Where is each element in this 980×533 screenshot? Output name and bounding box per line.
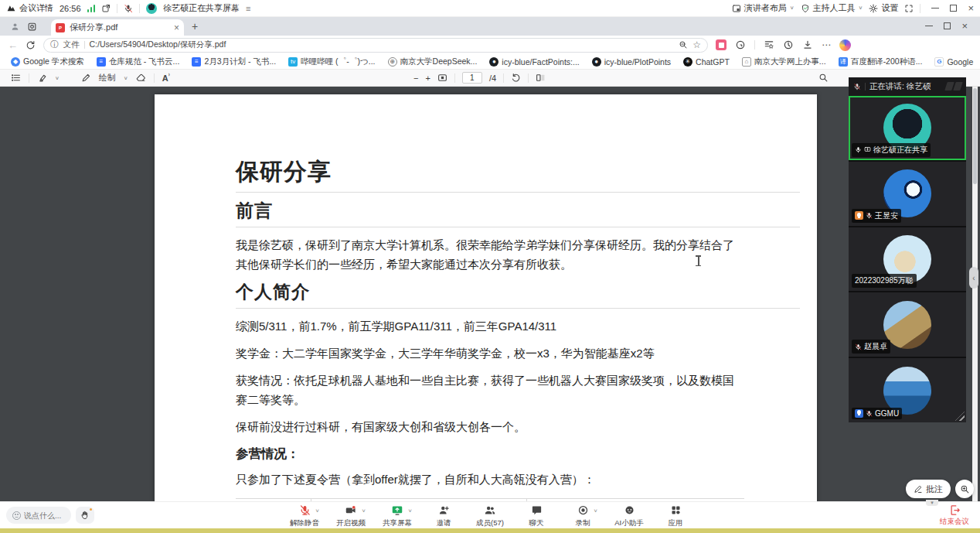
bookmark-chatgpt[interactable]: ✳ChatGPT [683,57,730,67]
camera-button[interactable]: ˅ 开启视频 [333,504,369,528]
info-icon[interactable]: ⓘ [50,39,59,50]
read-aloud-icon[interactable]: A⁾ [162,73,170,83]
workspaces-icon [27,22,37,32]
end-meeting-button[interactable]: 结束会议 [940,504,969,527]
fit-page-icon[interactable] [437,73,447,83]
bookmark-github-factpoints[interactable]: ●icy-blue/FactPoints:... [489,57,579,67]
video-tile-ggmu[interactable]: GGMU [849,358,966,422]
pdf-scrollbar-thumb[interactable] [973,88,977,184]
caret-icon[interactable]: ˅ [315,508,319,514]
invite-button[interactable]: 邀请 [426,504,461,528]
host-tools-button[interactable]: 主持人工具 ∨ [801,2,863,14]
bookmark-google[interactable]: GGoogle [934,57,973,67]
caret-icon[interactable]: ˅ [408,508,412,514]
browser-maximize-button[interactable] [944,22,951,29]
fullscreen-icon[interactable] [904,4,914,13]
sharing-menu-icon[interactable]: ≡ [246,4,250,13]
mic-muted-icon[interactable] [124,4,133,13]
unmute-button[interactable]: ˅ 解除静音 [287,504,322,528]
rotate-icon[interactable] [511,73,521,83]
page-view-icon[interactable] [536,73,546,83]
bookmark-google-scholar[interactable]: ◆Google 学术搜索 [11,56,84,67]
collections-icon[interactable] [764,39,774,50]
tab-close-button[interactable]: × [174,23,179,32]
doc-paragraph: 奖学金：大二学年国家奖学金，大三学年华萌奖学金，校一x3，华为智能基座x2等 [236,343,742,363]
raise-hand-button[interactable] [76,507,94,524]
share-screen-button[interactable]: ˅ 共享屏幕 [379,504,415,528]
eraser-icon[interactable] [136,73,146,83]
downloads-icon[interactable] [802,39,813,50]
apps-button[interactable]: 应用 [658,504,693,528]
meeting-details-label: 会议详情 [19,2,53,14]
url-text: C:/Users/54904/Desktop/保研分享.pdf [90,39,675,50]
video-tile-zhaochenzhuo[interactable]: 赵晨卓 [849,292,966,357]
meeting-close-button[interactable]: × [968,3,974,13]
members-button[interactable]: 成员(57) [472,504,508,528]
annotate-button[interactable]: 批注 [906,480,951,498]
workspaces-button[interactable] [23,19,40,33]
history-icon[interactable] [783,39,794,50]
caret-down-icon[interactable]: ∨ [55,75,60,80]
draw-label[interactable]: 绘制 [99,72,116,84]
meeting-minimize-button[interactable] [931,8,939,9]
person-icon [10,22,20,32]
annotate-collapse-handle[interactable]: ▾ [926,500,938,506]
emoji-icon[interactable] [12,511,21,520]
pdf-search-icon[interactable] [818,73,829,83]
page-number-input[interactable] [462,72,482,84]
draw-pen-icon[interactable] [81,73,91,83]
meeting-details-button[interactable]: 会议详情 [6,2,53,14]
bookmark-feishu-doc[interactable]: ≡仓库规范 - 飞书云... [97,56,180,67]
chat-input[interactable] [24,511,66,520]
extension-pink-icon[interactable] [716,39,726,50]
toc-icon[interactable] [11,73,21,83]
highlighter-icon[interactable] [37,73,47,83]
pdf-scrollbar[interactable] [972,87,978,501]
chat-button[interactable]: 聊天 [519,504,554,528]
back-button[interactable]: ← [8,39,18,51]
caret-icon[interactable]: ˅ [362,508,366,514]
reload-button[interactable] [26,40,36,50]
bookmark-nju-deepseek[interactable]: ⊕南京大学DeepSeek... [388,56,478,67]
doc-title: 保研分享 [236,159,800,193]
layout-button[interactable]: 演讲者布局 ∨ [732,2,795,14]
zoom-tool-button[interactable] [955,480,974,498]
bookmark-bilibili[interactable]: tv哔哩哔哩 (゜-゜)つ... [288,56,375,67]
text-cursor [696,255,701,266]
url-field[interactable]: ⓘ 文件 C:/Users/54904/Desktop/保研分享.pdf ☆ [43,38,708,53]
participants-panel[interactable]: 正在讲话: 徐艺硕 徐艺硕正在共享 王昱安 2022302985万聪 [849,77,966,422]
new-tab-button[interactable]: + [192,20,198,32]
caret-icon[interactable]: ˅ [594,508,597,514]
extension-g-icon[interactable] [735,39,746,50]
browser-tab[interactable]: P 保研分享.pdf × [51,19,184,36]
bookmark-baidu-translate[interactable]: 译百度翻译-200种语... [839,56,923,67]
panel-resize-handle[interactable] [955,412,965,421]
browser-profile-button[interactable] [6,19,23,33]
bookmark-github-plotpoints[interactable]: ●icy-blue/PlotPoints [592,57,671,67]
video-tile-wangyuan[interactable]: 王昱安 [849,162,966,226]
zoom-in-button[interactable]: + [425,73,430,83]
caret-down-icon[interactable]: ∨ [124,75,128,80]
browser-close-button[interactable]: × [961,21,968,31]
favorite-star-button[interactable]: ☆ [692,39,701,50]
zoom-out-button[interactable]: − [413,73,418,83]
page-total: /4 [489,73,496,83]
mic-on-icon [855,146,862,153]
chat-input-box[interactable] [6,507,71,524]
more-icon[interactable]: ⋯ [822,39,831,50]
pdf-viewport[interactable]: 保研分享 前言 我是徐艺硕，保研到了南京大学计算机系。很荣幸能给学弟学妹们分享保… [0,87,980,501]
bookmark-feishu-plan[interactable]: ≡2月3月计划 - 飞书... [192,56,276,67]
video-tile-wancong[interactable]: 2022302985万聪 [849,227,966,292]
panel-collapse-handle[interactable]: ‹ [969,267,978,289]
ai-assistant-button[interactable]: AI小助手 [611,504,647,528]
copilot-icon[interactable] [839,39,851,51]
pdf-page: 保研分享 前言 我是徐艺硕，保研到了南京大学计算机系。很荣幸能给学弟学妹们分享保… [155,94,817,501]
browser-minimize-button[interactable] [925,26,933,27]
zoom-level-icon[interactable] [679,40,688,50]
settings-button[interactable]: 设置 [869,2,898,14]
bookmark-nju-portal[interactable]: ⌂南京大学网上办事... [742,56,826,67]
meeting-maximize-button[interactable] [950,5,957,12]
video-tile-xuyishuo[interactable]: 徐艺硕正在共享 [849,96,966,160]
record-button[interactable]: ˅ 录制 [565,504,601,528]
popout-icon[interactable] [101,4,111,13]
